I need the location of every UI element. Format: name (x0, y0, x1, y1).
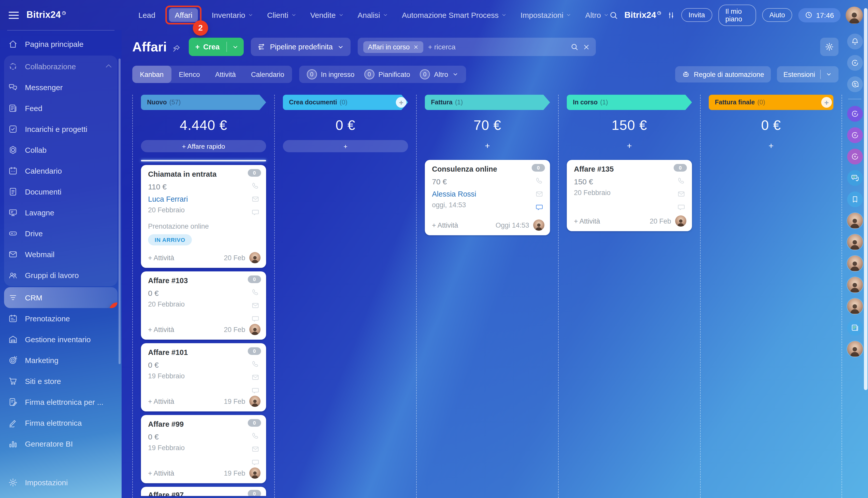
assignee-avatar[interactable] (249, 468, 260, 479)
sidebar-item-collab[interactable]: Collab (4, 140, 118, 160)
rail-bookmarks-button[interactable] (847, 192, 863, 207)
sliders-icon[interactable] (667, 11, 675, 19)
email-icon[interactable] (251, 373, 259, 381)
email-icon[interactable] (535, 190, 543, 198)
add-activity-link[interactable]: + Attività (148, 469, 174, 477)
sidebar-item-marketing[interactable]: Marketing (4, 350, 118, 371)
chat-icon[interactable] (251, 315, 259, 323)
add-activity-link[interactable]: + Attività (148, 397, 174, 405)
deal-card[interactable]: Affare #10300 €20 Febbraio+ Attività20 F… (141, 272, 266, 340)
my-plan-button[interactable]: Il mio piano (718, 4, 756, 26)
sidebar-item-gruppi-di-lavoro[interactable]: Gruppi di lavoro (4, 265, 118, 286)
rail-copilot-marketing-button[interactable] (847, 127, 863, 143)
work-time-widget[interactable]: 17:46 (798, 8, 841, 22)
deal-contact-link[interactable]: Alessia Rossi (432, 190, 476, 198)
email-icon[interactable] (251, 445, 259, 453)
sidebar-item-generatore-bi[interactable]: Generatore BI (4, 433, 118, 454)
deal-contact-link[interactable]: Luca Ferrari (148, 195, 188, 203)
chat-icon[interactable] (677, 203, 685, 211)
add-deal-icon[interactable]: + (821, 97, 832, 108)
email-icon[interactable] (251, 195, 259, 203)
sidebar-scrollbar[interactable] (119, 58, 121, 364)
column-header[interactable]: Fattura(1) (425, 95, 550, 110)
deal-card[interactable]: Affare #970 (141, 487, 266, 496)
tab-elenco[interactable]: Elenco (171, 66, 207, 83)
invite-button[interactable]: Invita (681, 8, 712, 22)
rail-notifications-button[interactable] (847, 34, 863, 49)
search-icon[interactable] (609, 11, 618, 19)
sidebar-item-pagina-principale[interactable]: Pagina principale (4, 34, 118, 54)
column-header[interactable]: In corso(1) (567, 95, 692, 110)
nav-item-vendite[interactable]: Vendite (310, 11, 344, 19)
tab-attivita[interactable]: Attività (207, 66, 243, 83)
clear-search-icon[interactable] (583, 43, 590, 51)
nav-item-lead[interactable]: Lead (138, 11, 155, 19)
rail-copilot-button[interactable] (847, 55, 863, 71)
board-settings-button[interactable] (820, 38, 839, 56)
profile-avatar[interactable] (845, 6, 863, 24)
chevron-down-icon[interactable] (826, 71, 832, 77)
sidebar-item-webmail[interactable]: Webmail (4, 244, 118, 265)
rail-avatar-user-2[interactable] (847, 234, 863, 250)
counter-altro[interactable]: 0Altro (420, 69, 458, 79)
quick-add-button[interactable]: + (283, 140, 408, 152)
pin-icon[interactable] (172, 44, 181, 53)
nav-item-analisi[interactable]: Analisi (357, 11, 388, 19)
assignee-avatar[interactable] (249, 396, 260, 407)
sidebar-item-crm[interactable]: CRM1 (4, 287, 118, 308)
phone-icon[interactable] (251, 360, 259, 368)
column-header[interactable]: Crea documenti(0)+ (283, 95, 408, 110)
assignee-avatar[interactable] (533, 220, 544, 231)
rail-avatar-user-1[interactable] (847, 213, 863, 228)
deal-card[interactable]: Affare #9900 €19 Febbraio+ Attività19 Fe… (141, 415, 266, 483)
column-header[interactable]: Fattura finale(0)+ (709, 95, 833, 110)
sidebar-item-lavagne[interactable]: Lavagne (4, 202, 118, 223)
filter-search-bar[interactable]: Affari in corso + ricerca (358, 38, 596, 56)
sidebar-item-calendario[interactable]: Calendario (4, 160, 118, 181)
rail-avatar-user-4[interactable] (847, 277, 863, 293)
chat-icon[interactable] (535, 203, 543, 211)
nav-item-affari[interactable]: Affari2 (169, 8, 198, 22)
remove-filter-icon[interactable] (413, 44, 419, 50)
rail-open-channels-button[interactable] (847, 76, 863, 92)
quick-add-button[interactable]: + Affare rapido (141, 140, 266, 152)
help-button[interactable]: Aiuto (762, 8, 792, 22)
search-input[interactable]: + ricerca (428, 43, 566, 51)
sidebar-item-documenti[interactable]: Documenti (4, 181, 118, 202)
sidebar-item-siti-e-store[interactable]: Siti e store (4, 371, 118, 392)
automation-rules-button[interactable]: Regole di automazione (675, 66, 771, 82)
rail-copilot-crm-button[interactable] (847, 106, 863, 122)
add-activity-link[interactable]: + Attività (574, 217, 600, 225)
page-scrollbar[interactable] (864, 8, 868, 390)
phone-icon[interactable] (251, 288, 259, 296)
sidebar-item-drive[interactable]: Drive (4, 223, 118, 244)
create-dropdown-caret[interactable] (227, 43, 243, 50)
rail-avatar-user-3[interactable] (847, 255, 863, 272)
sidebar-item-incarichi-e-progetti[interactable]: Incarichi e progetti (4, 119, 118, 140)
sidebar-item-messenger[interactable]: Messenger (4, 77, 118, 98)
sidebar-item-gestione-inventario[interactable]: Gestione inventario (4, 329, 118, 350)
menu-toggle-icon[interactable] (9, 11, 19, 18)
nav-item-impostazioni[interactable]: Impostazioni (520, 11, 571, 19)
nav-item-altro[interactable]: Altro (585, 11, 609, 19)
deal-card[interactable]: Affare #1350150 €20 Febbraio+ Attività20… (567, 160, 692, 231)
rail-avatar-user-5[interactable] (847, 298, 863, 314)
add-activity-link[interactable]: + Attività (432, 221, 458, 229)
pipeline-selector[interactable]: Pipeline predefinita (250, 38, 351, 56)
sidebar-item-feed[interactable]: Feed (4, 98, 118, 119)
chat-icon[interactable] (251, 208, 259, 217)
search-icon[interactable] (570, 43, 579, 51)
add-activity-link[interactable]: + Attività (148, 254, 174, 261)
email-icon[interactable] (251, 301, 259, 310)
phone-icon[interactable] (251, 182, 259, 190)
assignee-avatar[interactable] (249, 324, 260, 335)
filter-chip[interactable]: Affari in corso (363, 41, 423, 53)
rail-news-button[interactable] (847, 320, 863, 336)
email-icon[interactable] (677, 190, 685, 198)
phone-icon[interactable] (677, 177, 685, 185)
tab-kanban[interactable]: Kanban (132, 66, 171, 83)
add-deal-icon[interactable]: + (396, 97, 407, 108)
quick-add-button[interactable]: + (769, 141, 774, 151)
counter-pianificato[interactable]: 0Pianificato (364, 69, 410, 79)
assignee-avatar[interactable] (675, 215, 686, 226)
